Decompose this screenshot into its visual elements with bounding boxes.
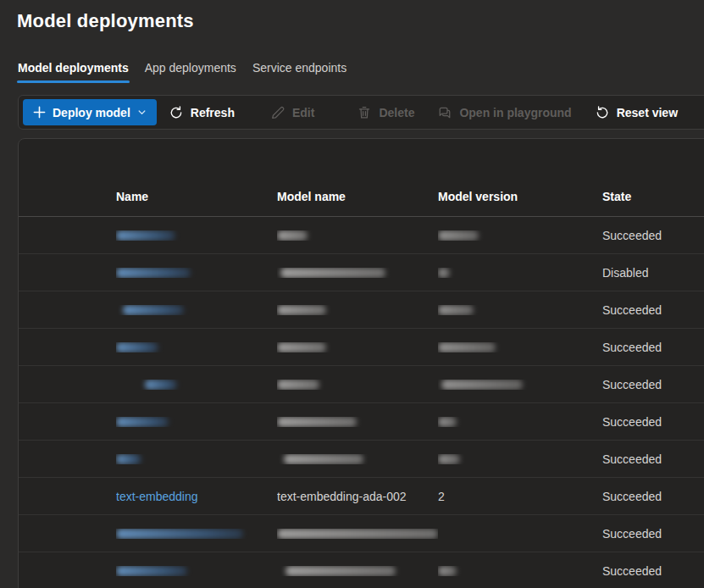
playground-icon xyxy=(437,105,452,120)
redacted-model-cell xyxy=(277,342,326,352)
redacted-version-cell xyxy=(438,230,479,241)
name-cell: text-embedding xyxy=(116,490,277,503)
tab-label: Service endpoints xyxy=(252,61,346,75)
state-cell: Succeeded xyxy=(602,303,704,317)
tab-label: App deployments xyxy=(145,61,236,75)
column-header-model-version[interactable]: Model version xyxy=(438,190,602,203)
table-row[interactable]: Succeeded xyxy=(19,366,704,403)
reset-view-button[interactable]: Reset view xyxy=(595,99,678,125)
model-version-cell xyxy=(438,342,602,352)
table-body: SucceededDisabledSucceededSucceededSucce… xyxy=(19,217,704,588)
table-row[interactable]: Succeeded xyxy=(19,217,704,254)
delete-icon xyxy=(357,105,372,120)
redacted-model-cell xyxy=(280,268,385,278)
state-cell: Succeeded xyxy=(602,452,704,466)
state-cell: Succeeded xyxy=(602,564,704,578)
redacted-name-cell xyxy=(116,454,141,464)
table-header-row: Name Model name Model version State xyxy=(19,177,704,217)
model-name-cell xyxy=(277,566,438,576)
state-cell: Succeeded xyxy=(602,378,704,391)
reset-view-icon xyxy=(595,105,610,120)
name-cell xyxy=(116,566,277,576)
tab-label: Model deployments xyxy=(18,61,129,75)
state-cell: Succeeded xyxy=(602,229,704,242)
name-cell xyxy=(116,230,277,241)
name-cell xyxy=(116,380,277,390)
deploy-model-label: Deploy model xyxy=(53,106,130,119)
tab-app-deployments[interactable]: App deployments xyxy=(144,61,237,83)
page-title: Model deployments xyxy=(17,10,194,32)
table-row[interactable]: text-embeddingtext-embedding-ada-0022Suc… xyxy=(19,478,704,515)
model-name-cell xyxy=(277,417,438,427)
column-header-state[interactable]: State xyxy=(602,190,704,203)
model-name-text: text-embedding-ada-002 xyxy=(277,490,407,503)
state-cell: Succeeded xyxy=(602,415,704,429)
deployment-name-link[interactable]: text-embedding xyxy=(116,490,198,503)
model-version-cell: 2 xyxy=(438,490,602,503)
table-row[interactable]: Succeeded xyxy=(19,515,704,552)
column-header-model-name[interactable]: Model name xyxy=(277,190,438,203)
name-cell xyxy=(116,529,277,539)
edit-button: Edit xyxy=(270,99,314,125)
name-cell xyxy=(116,342,277,352)
model-version-cell xyxy=(438,417,602,427)
redacted-name-cell xyxy=(116,566,187,576)
table-row[interactable]: Succeeded xyxy=(19,329,704,366)
table-row[interactable]: Succeeded xyxy=(19,441,704,478)
state-cell: Succeeded xyxy=(602,341,704,354)
model-name-cell: text-embedding-ada-002 xyxy=(277,490,438,503)
redacted-name-cell xyxy=(116,417,169,427)
table-row[interactable]: Disabled xyxy=(19,254,704,291)
column-header-name[interactable]: Name xyxy=(116,190,277,203)
redacted-name-cell xyxy=(116,529,243,539)
redacted-model-cell xyxy=(285,566,396,576)
plus-icon xyxy=(33,106,46,119)
state-cell: Succeeded xyxy=(602,490,704,503)
name-cell xyxy=(116,454,277,464)
model-name-cell xyxy=(277,342,438,352)
refresh-button[interactable]: Refresh xyxy=(169,99,235,125)
redacted-name-cell xyxy=(145,380,177,390)
redacted-name-cell xyxy=(116,342,158,352)
redacted-model-cell xyxy=(277,305,326,315)
name-cell xyxy=(116,305,277,315)
redacted-version-cell xyxy=(438,342,496,352)
open-in-playground-label: Open in playground xyxy=(459,106,571,119)
redacted-version-cell xyxy=(438,417,457,427)
deploy-model-button[interactable]: Deploy model xyxy=(23,99,157,125)
table-row[interactable]: Succeeded xyxy=(19,291,704,329)
delete-label: Delete xyxy=(379,106,414,119)
redacted-name-cell xyxy=(116,230,175,241)
model-name-cell xyxy=(277,268,438,278)
redacted-version-cell xyxy=(438,268,450,278)
model-name-cell xyxy=(277,380,438,390)
edit-icon xyxy=(270,105,285,120)
model-name-cell xyxy=(277,529,438,539)
model-version-cell xyxy=(438,380,602,390)
redacted-version-cell xyxy=(438,305,474,315)
table-row[interactable]: Succeeded xyxy=(19,403,704,441)
tab-model-deployments[interactable]: Model deployments xyxy=(17,61,130,83)
model-version-cell xyxy=(438,305,602,315)
redacted-model-cell xyxy=(277,230,308,241)
redacted-model-cell xyxy=(284,454,363,464)
redacted-model-cell xyxy=(277,417,357,427)
model-version-cell xyxy=(438,268,602,278)
table-row[interactable]: Succeeded xyxy=(19,552,704,588)
refresh-icon xyxy=(169,105,184,120)
deployments-table-panel: Name Model name Model version State Succ… xyxy=(18,138,704,588)
redacted-name-cell xyxy=(123,305,184,315)
chevron-down-icon xyxy=(137,108,147,117)
model-version-cell xyxy=(438,454,602,464)
redacted-name-cell xyxy=(116,268,191,278)
model-version-cell xyxy=(438,566,602,576)
model-name-cell xyxy=(277,305,438,315)
name-cell xyxy=(116,268,277,278)
reset-view-label: Reset view xyxy=(617,106,678,119)
command-bar: Deploy model Refresh Edit Delete Open in… xyxy=(18,95,704,130)
delete-button: Delete xyxy=(357,99,414,125)
redacted-version-cell xyxy=(438,454,460,464)
redacted-model-cell xyxy=(277,529,438,539)
state-cell: Succeeded xyxy=(602,527,704,541)
tab-service-endpoints[interactable]: Service endpoints xyxy=(252,61,347,83)
